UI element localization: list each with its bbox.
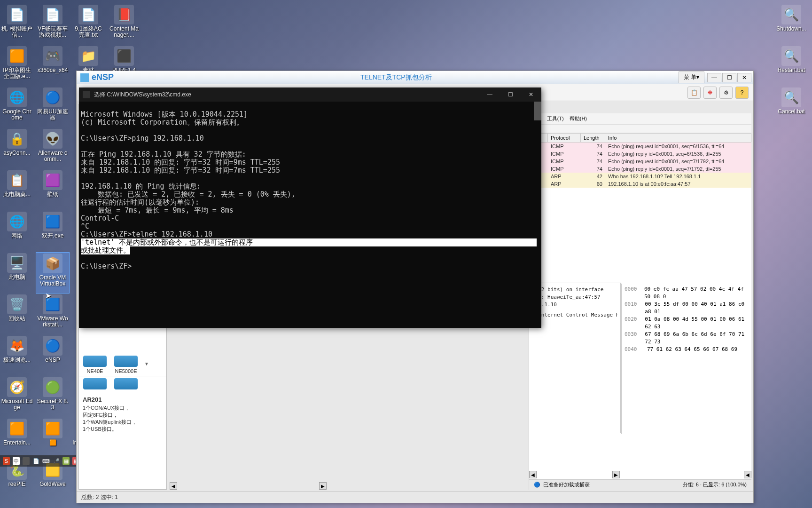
scroll-right-icon[interactable]: ▶ — [612, 471, 620, 478]
gear-icon[interactable]: ⚙ — [719, 87, 733, 99]
desktop-shortcut[interactable]: 📄VF畅玩赛车游戏视频... — [36, 4, 70, 45]
scroll-arrow-icon[interactable]: ▶ — [319, 482, 327, 490]
ensp-statusbar: 总数: 2 选中: 1 — [77, 492, 753, 503]
desktop-shortcut[interactable]: 📋此电脑桌... — [0, 169, 34, 211]
tool-icon[interactable]: 📋 — [687, 87, 701, 99]
ensp-menu-button[interactable]: 菜 单▾ — [679, 71, 704, 83]
desktop-shortcut[interactable]: 🌐Google Chrome — [0, 87, 34, 128]
desktop-shortcut[interactable]: 🎮x360ce_x64 — [36, 45, 70, 87]
lang-item[interactable] — [23, 457, 30, 465]
mic-icon[interactable]: 🎤 — [53, 457, 60, 465]
desktop-shortcut[interactable]: 📦Oracle VM VirtualBox — [36, 252, 70, 294]
desktop-shortcut[interactable]: 📕Content Manager.... — [107, 4, 141, 45]
packet-row[interactable]: :50ARP60192.168.1.10 is at 00:e0:fc:aa:4… — [529, 180, 751, 188]
cmd-titlebar[interactable]: 选择 C:\WINDOWS\system32\cmd.exe — ☐ ✕ — [79, 87, 541, 102]
packet-row[interactable]: ICMP74Echo (ping) reply id=0x0001, seq=6… — [529, 150, 751, 158]
desktop-shortcut[interactable]: 🦊极速浏览... — [0, 335, 34, 376]
desktop-shortcut[interactable]: 🔵eNSP — [36, 335, 70, 376]
shortcut-label: Cancel.bat — [775, 109, 807, 115]
router-icon — [83, 356, 107, 367]
menu-item[interactable]: 帮助(H) — [570, 115, 587, 122]
desktop-shortcut[interactable]: 🟧IP印章图生全国版.e... — [0, 45, 34, 87]
scrollbar-thumb[interactable] — [534, 102, 541, 120]
packet-row[interactable]: :57ARP42Who has 192.168.1.10? Tell 192.1… — [529, 173, 751, 180]
ensp-logo-icon — [80, 73, 89, 82]
packet-hex[interactable]: 000000 e0 fc aa 47 57 02 00 4c 4f 4f 50 … — [621, 284, 750, 434]
app-icon: 🔵 — [43, 87, 62, 107]
hex-row: 001000 3c 55 df 00 00 40 01 a1 86 c0 a8 … — [625, 301, 748, 316]
keyboard-icon[interactable]: ⌨ — [42, 457, 50, 465]
col-length[interactable]: Length — [581, 134, 605, 142]
device-item[interactable] — [112, 378, 140, 391]
desktop-shortcut[interactable]: 🟧Entertain... — [0, 418, 34, 459]
app-icon: 🟢 — [43, 377, 62, 397]
shortcut-label: SecureFX 8.3 — [37, 398, 69, 411]
desktop-shortcut[interactable]: 🔒asyConn... — [0, 128, 34, 169]
scroll-left-icon[interactable]: ◀ — [170, 482, 177, 490]
packet-detail[interactable]: (592 bits) on interface Dst: HuaweiTe_aa… — [529, 283, 621, 433]
device-ne5000e[interactable]: NE5000E — [112, 356, 140, 374]
close-button[interactable]: ✕ — [521, 87, 541, 102]
desktop-shortcut[interactable]: 🟢SecureFX 8.3 — [36, 376, 70, 418]
scroll-left-icon[interactable]: ◀ — [744, 471, 751, 478]
app-icon: 📄 — [7, 5, 27, 24]
app-icon: 🟧 — [7, 46, 27, 66]
device-item[interactable] — [81, 378, 109, 391]
packet-row[interactable]: ICMP74Echo (ping) request id=0x0001, seq… — [529, 158, 751, 165]
lang-item[interactable]: 📄 — [32, 457, 39, 465]
desktop-shortcut[interactable]: 🔍Restart.bat — [774, 45, 808, 87]
col-info[interactable]: Info — [605, 134, 751, 142]
shortcut-label: 🟧 — [37, 440, 69, 446]
desktop-shortcut[interactable]: 🔍Cancel.bat — [774, 87, 808, 128]
huawei-icon[interactable]: ❋ — [703, 87, 717, 99]
shortcut-label: Shutdown... — [775, 26, 807, 32]
detail-line-icmp[interactable]: ▸ Internet Control Message Protocol — [532, 311, 617, 319]
close-button[interactable]: ✕ — [737, 73, 751, 82]
ensp-titlebar[interactable]: eNSP TELNET及TCP抓包分析 菜 单▾ — ☐ ✕ — [77, 71, 753, 84]
desktop-shortcut[interactable]: 🖥️此电脑 — [0, 252, 34, 294]
scroll-left-icon[interactable]: ◀ — [529, 471, 537, 478]
desktop-shortcut[interactable]: 🗑️回收站 — [0, 294, 34, 335]
detail-line: 168.1.10 — [532, 301, 617, 309]
desktop-shortcut[interactable]: 🌐网络 — [0, 211, 34, 252]
ensp-app-name: eNSP — [92, 72, 114, 82]
app-icon: 🟧 — [7, 419, 27, 438]
col-protocol[interactable]: Protocol — [548, 134, 581, 142]
help-icon[interactable]: ? — [735, 87, 749, 99]
desktop-icons-right: 🔍Shutdown...🔍Restart.bat🔍Cancel.bat — [774, 4, 808, 128]
desktop-shortcut[interactable]: 🟪壁纸 — [36, 169, 70, 211]
desktop-shortcut[interactable]: 🔵网易UU加速器 — [36, 87, 70, 128]
lang-cn-icon[interactable]: 中 — [13, 457, 20, 465]
device-scroll-down[interactable]: ▼ — [143, 356, 150, 374]
app-icon: 🟪 — [43, 170, 62, 190]
desktop-shortcut[interactable]: 🟧🟧 — [36, 418, 70, 459]
desktop-shortcut[interactable]: 📄机. 模拟账户信... — [0, 4, 34, 45]
desktop-shortcut[interactable]: 👽Alienware comm... — [36, 128, 70, 169]
language-bar[interactable]: S 中 📄 ⌨ 🎤 ▦ ▦ — [0, 455, 82, 467]
device-ne40e[interactable]: NE40E — [81, 356, 109, 374]
app-icon: 👽 — [43, 129, 62, 149]
app-icon: 🟧 — [43, 419, 62, 438]
shortcut-label: 此电脑 — [1, 274, 33, 280]
desktop-shortcut[interactable]: 📄9.1最终AC完查.txt — [71, 4, 105, 45]
wireshark-statusbar: 🔵 已准备好加载或捕获 分组: 6 · 已显示: 6 (100.0%) — [529, 479, 751, 490]
packet-list[interactable]: Protocol Length Info ICMP74Echo (ping) r… — [529, 133, 751, 188]
app-icon: 📦 — [43, 254, 62, 273]
app-icon: 🔍 — [781, 5, 801, 24]
lang-item[interactable]: ▦ — [62, 457, 70, 465]
desktop-shortcut[interactable]: 🟦VMware Workstati... — [36, 294, 70, 335]
desktop-shortcut[interactable]: 🟦双开.exe — [36, 211, 70, 252]
desktop-shortcut[interactable]: 🔍Shutdown... — [774, 4, 808, 45]
maximize-button[interactable]: ☐ — [500, 87, 521, 102]
packet-row[interactable]: ICMP74Echo (ping) reply id=0x0001, seq=7… — [529, 165, 751, 173]
lang-ime-icon[interactable]: S — [3, 457, 10, 465]
minimize-button[interactable]: — — [707, 73, 721, 82]
packet-row[interactable]: ICMP74Echo (ping) request id=0x0001, seq… — [529, 143, 751, 150]
desktop-shortcut[interactable]: 🧭Microsoft Edge — [0, 376, 34, 418]
cmd-output[interactable]: Microsoft Windows [版本 10.0.19044.2251] (… — [79, 102, 541, 279]
minimize-button[interactable]: — — [479, 87, 500, 102]
maximize-button[interactable]: ☐ — [722, 73, 736, 82]
menu-item[interactable]: 工具(T) — [547, 115, 564, 122]
cmd-selected-text: 'telnet' 不是内部或外部命令，也不是可运行的程序 — [81, 238, 537, 246]
shortcut-label: asyConn... — [1, 150, 33, 156]
